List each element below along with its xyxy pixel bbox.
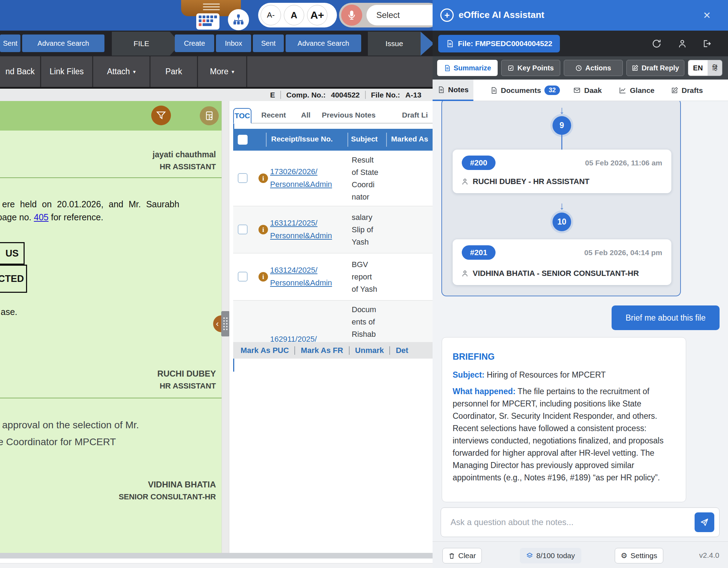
- nav-inbox-button[interactable]: Inbox: [216, 34, 251, 52]
- note-card[interactable]: #200 05 Feb 2026, 11:06 am RUCHI DUBEY -…: [453, 150, 671, 193]
- note-text: ere held on 20.01.2026, and Mr. Saurabh: [2, 199, 179, 209]
- table-row[interactable]: i 163121/2025/ Personnel&Admin salary Sl…: [233, 206, 433, 253]
- issue-chevron-icon: [421, 32, 433, 56]
- tab-daak[interactable]: Daak: [568, 80, 607, 101]
- unmark-link[interactable]: Unmark: [355, 346, 384, 355]
- font-decrease-button[interactable]: A-: [261, 5, 281, 25]
- table-row[interactable]: 162911/2025/ Docum ents of Rishab: [233, 301, 433, 342]
- nav-advance-search-button[interactable]: Advance Search: [22, 34, 104, 52]
- user-icon[interactable]: [676, 38, 688, 50]
- subject-cell: Result of State Coordi nator: [352, 154, 378, 203]
- receipt-link[interactable]: 162911/2025/: [270, 333, 317, 342]
- receipt-link[interactable]: 173026/2026/ Personnel&Admin: [270, 165, 332, 191]
- font-increase-button[interactable]: A+: [307, 5, 327, 25]
- summarize-button[interactable]: Summarize: [437, 60, 498, 76]
- tab-recent[interactable]: Recent: [261, 111, 286, 119]
- mark-as-fr-link[interactable]: Mark As FR: [301, 346, 343, 355]
- nav-advance-search2-button[interactable]: Advance Search: [286, 34, 361, 52]
- refresh-icon[interactable]: [651, 38, 663, 50]
- timeline-stem: [561, 135, 562, 150]
- tab-documents[interactable]: Documents 32: [485, 80, 565, 101]
- divider: [365, 91, 366, 99]
- ai-assistant-panel: + eOffice AI Assistant ✕ File: FMPSEDC00…: [433, 0, 728, 568]
- draft-reply-button[interactable]: Draft Reply: [626, 60, 684, 76]
- send-icon[interactable]: [695, 512, 714, 532]
- status-stamp: CTED: [0, 265, 27, 293]
- splitter-drag-handle[interactable]: [221, 311, 230, 336]
- column-divider: [266, 133, 267, 147]
- divider: [389, 346, 390, 355]
- menu-line: [203, 4, 220, 5]
- arrow-down-icon: ↓: [442, 105, 681, 115]
- more-menu-button[interactable]: More▾: [198, 56, 246, 87]
- page-reference-link[interactable]: 405: [34, 212, 49, 222]
- menu-line: [203, 9, 220, 10]
- key-points-button[interactable]: Key Points: [501, 60, 560, 76]
- nav-create-button[interactable]: Create: [175, 34, 214, 52]
- current-file-chip[interactable]: File: FMPSEDC0004004522: [438, 35, 560, 52]
- tab-notes[interactable]: Notes: [433, 80, 473, 101]
- tab-drafts[interactable]: Drafts: [666, 80, 708, 101]
- note-number-badge: #201: [462, 245, 496, 260]
- lang-english-option[interactable]: EN: [688, 60, 708, 76]
- row-checkbox[interactable]: [238, 173, 248, 183]
- tab-previous-notes[interactable]: Previous Notes: [322, 111, 376, 119]
- clear-button[interactable]: Clear: [442, 548, 482, 563]
- export-icon[interactable]: [701, 38, 713, 50]
- font-normal-button[interactable]: A: [284, 5, 304, 25]
- file-no-label: File No.:: [371, 91, 400, 99]
- receipt-link[interactable]: 163124/2025/ Personnel&Admin: [270, 264, 332, 289]
- tab-toc[interactable]: TOC: [233, 108, 251, 124]
- mark-as-puc-link[interactable]: Mark As PUC: [241, 346, 289, 355]
- settings-button[interactable]: ⚙ Settings: [615, 548, 663, 563]
- close-icon[interactable]: ✕: [700, 8, 714, 23]
- info-icon[interactable]: i: [258, 173, 268, 183]
- plus-circle-icon[interactable]: +: [440, 8, 454, 22]
- nav-sent2-button[interactable]: Sent: [253, 34, 284, 52]
- horizontal-scrollbar[interactable]: [0, 553, 433, 558]
- chart-icon: [619, 87, 626, 94]
- row-checkbox[interactable]: [238, 225, 248, 234]
- tab-draft-list[interactable]: Draft Li: [402, 111, 428, 119]
- note-number-badge: #200: [462, 156, 496, 170]
- info-icon[interactable]: i: [258, 225, 268, 234]
- question-input[interactable]: [441, 508, 719, 537]
- lang-hindi-option[interactable]: हिं: [708, 60, 722, 76]
- nav-sent-button[interactable]: Sent: [0, 34, 20, 52]
- calculator-icon[interactable]: [200, 106, 219, 125]
- send-back-button[interactable]: nd Back: [0, 56, 40, 87]
- select-all-checkbox[interactable]: [238, 135, 248, 145]
- language-select[interactable]: Select: [366, 5, 433, 25]
- divider: [349, 346, 350, 355]
- keyboard-icon[interactable]: [196, 13, 219, 30]
- filter-icon[interactable]: [151, 106, 171, 125]
- tab-file[interactable]: FILE: [112, 32, 181, 56]
- org-chart-icon[interactable]: [228, 9, 249, 30]
- info-icon[interactable]: i: [258, 272, 268, 282]
- table-row[interactable]: i 173026/2026/ Personnel&Admin Result of…: [233, 151, 433, 206]
- park-button[interactable]: Park: [151, 56, 197, 87]
- microphone-icon[interactable]: [341, 5, 362, 26]
- link-files-button[interactable]: Link Files: [41, 56, 92, 87]
- receipt-link[interactable]: 163121/2025/ Personnel&Admin: [270, 217, 332, 242]
- timeline-node[interactable]: 10: [553, 213, 571, 231]
- row-checkbox[interactable]: [238, 272, 248, 282]
- details-link[interactable]: Det: [396, 346, 408, 355]
- subject-cell: Docum ents of Rishab: [352, 303, 376, 340]
- note-card[interactable]: #201 05 Feb 2026, 04:14 pm VIDHINA BHATI…: [453, 239, 671, 285]
- brief-me-button[interactable]: Brief me about this file: [612, 305, 720, 330]
- tab-glance[interactable]: Glance: [614, 80, 659, 101]
- gear-icon: ⚙: [621, 551, 627, 560]
- table-row[interactable]: i 163124/2025/ Personnel&Admin BGV repor…: [233, 253, 433, 301]
- attach-menu-button[interactable]: Attach▾: [93, 56, 149, 87]
- mark-actions-bar: Mark As PUC Mark As FR Unmark Det: [233, 342, 433, 359]
- tab-all[interactable]: All: [301, 111, 311, 119]
- briefing-body: What happened: The file pertains to the …: [453, 385, 675, 484]
- tab-issue[interactable]: Issue: [368, 32, 421, 56]
- page-footer-strip: [0, 563, 433, 568]
- actions-button[interactable]: Actions: [564, 60, 623, 76]
- note-divider: [0, 177, 222, 178]
- timeline-node[interactable]: 9: [553, 116, 571, 135]
- usage-quota-badge: 8/100 today: [520, 548, 581, 563]
- note-text: approval on the selection of Mr.: [2, 419, 139, 431]
